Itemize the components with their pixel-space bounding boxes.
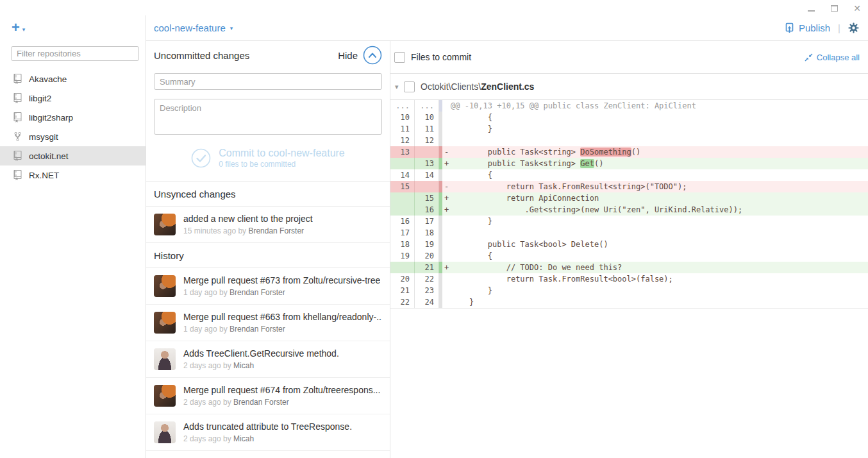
new-line-number: 24 <box>415 296 439 308</box>
old-line-number: 22 <box>390 296 415 308</box>
hide-changes-button[interactable]: Hide <box>338 46 382 65</box>
avatar <box>154 421 176 443</box>
repo-icon <box>12 170 22 180</box>
commit-author: Brendan Forster <box>230 325 285 334</box>
sidebar-repo-item-libgit2sharp[interactable]: libgit2sharp <box>0 108 146 127</box>
maximize-icon <box>831 5 838 12</box>
word-diff-highlight: DoSomething <box>580 148 631 157</box>
diff-marker: + <box>442 158 451 169</box>
sidebar-repo-item-octokit.net[interactable]: octokit.net <box>0 146 146 165</box>
repo-name: libgit2 <box>29 94 51 103</box>
old-line-number: ... <box>390 100 415 112</box>
diff-row: 13 - public Task<string> DoSomething() <box>390 146 868 158</box>
new-line-number: ... <box>415 100 439 112</box>
unsynced-changes-header: Unsynced changes <box>146 181 390 207</box>
maximize-button[interactable] <box>827 3 841 14</box>
diff-table: ... ... @@ -10,13 +10,15 @@ public class… <box>390 99 868 309</box>
minimize-button[interactable] <box>804 3 818 14</box>
chevron-up-circle-icon <box>363 46 382 65</box>
commit-list-item[interactable]: Adds TreeClient.GetRecursive method. 2 d… <box>146 341 390 378</box>
new-line-number: 20 <box>415 250 439 262</box>
commit-list-item[interactable]: Adds truncated attribute to TreeResponse… <box>146 414 390 451</box>
old-line-number: 19 <box>390 250 415 262</box>
collapse-all-button[interactable]: Collapse all <box>805 53 860 62</box>
new-line-number: 14 <box>415 169 439 181</box>
avatar <box>154 348 176 370</box>
code-line: + return ApiConnection <box>442 192 868 204</box>
old-line-number: 12 <box>390 135 415 146</box>
code-line: } <box>442 216 868 227</box>
commit-button-label: Commit to cool-new-feature <box>219 148 345 159</box>
new-line-number: 23 <box>415 285 439 296</box>
commit-button-subtext: 0 files to be committed <box>219 160 345 169</box>
repo-icon <box>12 93 22 103</box>
files-to-commit-checkbox[interactable] <box>394 52 405 63</box>
commit-button[interactable]: Commit to cool-new-feature 0 files to be… <box>154 140 382 176</box>
code-line <box>442 227 868 239</box>
file-checkbox[interactable] <box>404 81 415 92</box>
publish-label: Publish <box>799 22 830 33</box>
commit-list-item[interactable]: added a new client to the project 15 min… <box>146 207 390 243</box>
sidebar-repo-item-rx.net[interactable]: Rx.NET <box>0 165 146 185</box>
file-row[interactable]: ▾ Octokit\Clients\ZenClient.cs <box>390 74 868 99</box>
repo-icon <box>12 74 22 84</box>
close-button[interactable]: ✕ <box>850 3 864 14</box>
code-line: return Task.FromResult<bool>(false); <box>442 273 868 285</box>
collapse-all-label: Collapse all <box>817 53 860 62</box>
old-line-number: 21 <box>390 285 415 296</box>
gear-icon <box>848 22 859 33</box>
diff-row: 13 + public Task<string> Get() <box>390 158 868 169</box>
commit-meta: 1 day ago by Brendan Forster <box>183 325 382 334</box>
repo-name: Akavache <box>29 74 67 84</box>
new-line-number: 17 <box>415 216 439 227</box>
commit-description-input[interactable] <box>154 99 382 135</box>
new-line-number <box>415 146 439 158</box>
commit-list-item[interactable]: Merge pull request #673 from Zoltu/recur… <box>146 268 390 305</box>
branch-selector[interactable]: cool-new-feature ▾ <box>154 22 233 33</box>
commit-list-item[interactable]: Merge pull request #672 from Zoltu/ignor… <box>146 451 390 458</box>
publish-button[interactable]: Publish <box>785 22 830 33</box>
repo-name: Rx.NET <box>29 171 59 180</box>
diff-row: 17 18 <box>390 227 868 239</box>
commit-list-item[interactable]: Merge pull request #663 from khellang/re… <box>146 305 390 341</box>
code-line: + // TODO: Do we need this? <box>442 262 868 273</box>
new-line-number: 13 <box>415 158 439 169</box>
files-to-commit-label: Files to commit <box>411 52 471 62</box>
new-line-number <box>415 181 439 192</box>
window-controls: ✕ <box>804 3 864 14</box>
repo-icon <box>12 112 22 123</box>
changes-panel: Uncommitted changes Hide Commit to cool-… <box>146 41 390 458</box>
sidebar-repo-item-libgit2[interactable]: libgit2 <box>0 89 146 108</box>
old-line-number: 11 <box>390 123 415 135</box>
commit-message: Merge pull request #663 from khellang/re… <box>183 312 382 322</box>
new-line-number: 21 <box>415 262 439 273</box>
settings-button[interactable] <box>848 22 859 33</box>
diff-row: 10 10 { <box>390 112 868 123</box>
sidebar: + ▾ Akavache libgit2 libgit2sharp msysgi… <box>0 15 146 458</box>
sidebar-repo-item-msysgit[interactable]: msysgit <box>0 127 146 146</box>
close-icon: ✕ <box>853 4 861 13</box>
new-line-number: 10 <box>415 112 439 123</box>
filter-repositories-input[interactable] <box>11 46 139 61</box>
chevron-down-icon: ▾ <box>230 24 233 32</box>
diff-row: ... ... @@ -10,13 +10,15 @@ public class… <box>390 100 868 112</box>
commit-author: Micah <box>233 434 254 443</box>
check-circle-icon <box>191 148 211 168</box>
sidebar-repo-item-akavache[interactable]: Akavache <box>0 69 146 89</box>
commit-message: added a new client to the project <box>183 214 313 224</box>
commit-summary-input[interactable] <box>154 73 382 90</box>
diff-row: 14 14 { <box>390 169 868 181</box>
diff-row: 16 17 } <box>390 216 868 227</box>
commit-message: Merge pull request #673 from Zoltu/recur… <box>183 275 380 285</box>
old-line-number: 10 <box>390 112 415 123</box>
chevron-expand-icon[interactable]: ▾ <box>395 83 404 91</box>
repo-list: Akavache libgit2 libgit2sharp msysgit oc… <box>0 69 146 185</box>
commit-list-item[interactable]: Merge pull request #674 from Zoltu/treer… <box>146 378 390 414</box>
add-repository-button[interactable]: + ▾ <box>12 22 25 33</box>
diff-row: 16 + .Get<string>(new Uri("zen", UriKind… <box>390 204 868 216</box>
code-line: { <box>442 112 868 123</box>
new-line-number: 12 <box>415 135 439 146</box>
old-line-number: 15 <box>390 181 415 192</box>
code-line: + public Task<string> Get() <box>442 158 868 169</box>
old-line-number <box>390 262 415 273</box>
